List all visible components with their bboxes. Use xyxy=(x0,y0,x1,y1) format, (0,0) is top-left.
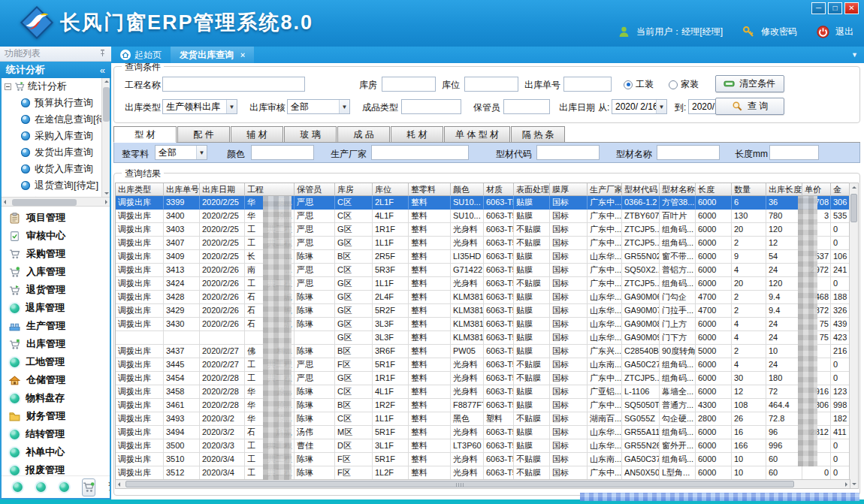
expander-icon[interactable] xyxy=(5,83,11,90)
scrollbar-thumb[interactable] xyxy=(850,194,857,222)
module-dot-icon[interactable] xyxy=(13,482,23,492)
sidebar-item-退库管理[interactable]: 退库管理 xyxy=(2,299,110,317)
column-header-长度[interactable]: 长度 xyxy=(696,183,732,196)
column-header-库位[interactable]: 库位 xyxy=(373,183,409,196)
close-button[interactable]: ✕ xyxy=(844,2,859,14)
grid-horizontal-scrollbar[interactable] xyxy=(115,479,850,489)
order-no-input[interactable] xyxy=(563,77,612,92)
sidebar-item-生产管理[interactable]: 生产管理 xyxy=(2,317,110,335)
table-row[interactable]: 调拨出库34032020/2/25工共工程严思G区1R1F整料光身料6063-T… xyxy=(116,223,850,237)
table-row[interactable]: G区3L3F整料KLM38176063-T5贴膜国标山东华...GA90M09.… xyxy=(116,331,850,345)
column-header-库房[interactable]: 库房 xyxy=(335,183,373,196)
gongzhuang-radio[interactable]: 工装 xyxy=(624,78,654,91)
module-dot-icon[interactable] xyxy=(59,482,69,492)
profile-name-input[interactable] xyxy=(657,145,720,160)
sidebar-item-财务管理[interactable]: 财务管理 xyxy=(2,407,110,425)
table-row[interactable]: 调拨出库35002020/3/3工共工程曹佳D区3L1F整料LT3P606063… xyxy=(116,439,850,453)
tree-item-1[interactable]: 在途信息查询[待 xyxy=(2,111,110,128)
table-row[interactable]: 调拨出库34132020/2/26南...严思C区5R3F整料G71422606… xyxy=(116,264,850,277)
column-header-工程[interactable]: 工程 xyxy=(245,183,295,196)
tab-close-icon[interactable]: × xyxy=(240,50,245,59)
column-header-颜色[interactable]: 颜色 xyxy=(451,183,484,196)
column-header-型材名称[interactable]: 型材名称 xyxy=(660,183,696,196)
sidebar-item-物料盘存[interactable]: 物料盘存 xyxy=(2,389,110,407)
profile-code-input[interactable] xyxy=(536,145,600,160)
sidebar-item-结转管理[interactable]: 结转管理 xyxy=(2,425,110,443)
column-header-数量[interactable]: 数量 xyxy=(732,183,766,196)
audit-select[interactable]: 全部▼ xyxy=(287,99,350,114)
tree-item-2[interactable]: 采购入库查询 xyxy=(2,128,110,144)
table-row[interactable]: 调拨出库34242020/2/26工共工程严思G区1L1F整料光身料6063-T… xyxy=(116,277,850,291)
scrollbar-thumb[interactable] xyxy=(12,199,77,206)
material-tab-1[interactable]: 配 件 xyxy=(177,126,230,142)
maximize-button[interactable]: □ xyxy=(828,2,842,14)
sidebar-item-审核中心[interactable]: 审核中心 xyxy=(2,227,110,245)
out-type-select[interactable]: 生产领料出库▼ xyxy=(162,99,237,114)
tree-item-0[interactable]: 预算执行查询 xyxy=(2,95,110,111)
tree-horizontal-scrollbar[interactable] xyxy=(2,197,110,207)
material-tab-0[interactable]: 型 材 xyxy=(113,126,177,143)
column-header-出库单号[interactable]: 出库单号 xyxy=(164,183,200,196)
sidebar-item-项目管理[interactable]: 项目管理 xyxy=(2,209,110,227)
whole-part-select[interactable]: 全部▼ xyxy=(155,145,207,160)
color-input[interactable] xyxy=(251,145,314,160)
material-tab-7[interactable]: 隔 热 条 xyxy=(511,126,565,142)
pin-icon[interactable] xyxy=(98,49,107,59)
column-header-出库日期[interactable]: 出库日期 xyxy=(200,183,245,196)
sidebar-item-仓储管理[interactable]: 仓储管理 xyxy=(2,371,110,389)
material-tab-5[interactable]: 耗 材 xyxy=(391,126,443,142)
material-tab-6[interactable]: 单 体 型 材 xyxy=(444,126,510,142)
tab-起始页[interactable]: 起始页 xyxy=(111,47,171,63)
table-row[interactable]: 调拨出库34292020/2/26石城陈琳G区5R2F整料KLM38176063… xyxy=(116,304,850,318)
tab-发货出库查询[interactable]: 发货出库查询× xyxy=(171,47,254,63)
column-header-膜厚[interactable]: 膜厚 xyxy=(550,183,588,196)
minimize-button[interactable]: ─ xyxy=(811,2,826,14)
table-row[interactable]: 调拨出库34092020/2/25长...陈琳B区2R5F整料LI35HD606… xyxy=(116,250,850,264)
table-row[interactable]: 调拨出库34302020/2/26石城陈琳G区3L3F整料KLM38176063… xyxy=(116,318,850,331)
column-header-出库长度[interactable]: 出库长度 xyxy=(766,183,802,196)
tree-item-3[interactable]: 发货出库查询 xyxy=(2,144,110,161)
table-row[interactable]: 调拨出库34072020/2/25工共工程严思G区1L1F整料光身料6063-T… xyxy=(116,237,850,250)
keeper-input[interactable] xyxy=(503,99,550,114)
material-tab-4[interactable]: 成 品 xyxy=(337,126,390,142)
change-password-link[interactable]: 修改密码 xyxy=(761,26,797,38)
table-row[interactable]: 调拨出库34942020/3/2石辉城汤伟M区5R1F整料光身料6063-T5贴… xyxy=(116,426,850,439)
table-row[interactable]: 调拨出库35102020/3/4工共工程陈琳F区5R1F整料光身料6063-T5… xyxy=(116,453,850,466)
product-type-input[interactable] xyxy=(401,99,461,114)
date-from-picker[interactable]: 2020/ 2/16▼ xyxy=(612,99,667,114)
column-header-单价[interactable]: 单价 xyxy=(802,183,831,196)
table-row[interactable]: 调拨出库34002020/2/25华原...严思C区4L1F整料SU10...6… xyxy=(116,210,850,223)
column-header-出库类型[interactable]: 出库类型 xyxy=(116,183,164,196)
column-header-材质[interactable]: 材质 xyxy=(484,183,514,196)
table-row[interactable]: 调拨出库34282020/2/26石城陈琳G区2L4F整料KLM38176063… xyxy=(116,291,850,304)
scrollbar-thumb[interactable] xyxy=(125,481,794,487)
sidebar-section-header[interactable]: 统计分析 « xyxy=(0,62,111,78)
tree-root-item[interactable]: 统计分析 xyxy=(2,78,110,95)
sidebar-item-退货管理[interactable]: 退货管理 xyxy=(2,281,110,299)
material-tab-3[interactable]: 玻 璃 xyxy=(284,126,337,142)
project-name-input[interactable] xyxy=(162,77,305,92)
collapse-icon[interactable]: « xyxy=(100,65,105,76)
scrollbar-thumb[interactable] xyxy=(103,87,110,122)
jiazhuang-radio[interactable]: 家装 xyxy=(669,78,699,91)
column-header-整零料[interactable]: 整零料 xyxy=(409,183,451,196)
clear-conditions-button[interactable]: 清空条件 xyxy=(715,75,784,92)
column-header-生产厂家[interactable]: 生产厂家 xyxy=(588,183,622,196)
location-input[interactable] xyxy=(464,77,518,92)
column-header-金[interactable]: 金 xyxy=(831,183,851,196)
sidebar-item-入库管理[interactable]: 入库管理 xyxy=(2,263,110,281)
column-header-表面处理[interactable]: 表面处理 xyxy=(514,183,550,196)
warehouse-input[interactable] xyxy=(382,77,436,92)
table-row[interactable]: 调拨出库35122020/3/4工共工程陈琳F区1L2F整料光身料6063-T5… xyxy=(116,466,850,480)
logout-link[interactable]: 退出 xyxy=(835,26,853,38)
grid-vertical-scrollbar[interactable] xyxy=(849,183,859,489)
table-row[interactable]: 调拨出库34542020/2/28工共工程严思G区1R1F整料光身料6063-T… xyxy=(116,372,850,385)
length-input[interactable] xyxy=(769,145,819,160)
table-row[interactable]: 调拨出库34452020/2/27工共工程严思F区5R1F整料光身料6063-T… xyxy=(116,358,850,372)
table-row[interactable]: 调拨出库34582020/2/28华原...陈琳C区4L1F整料光身料6063-… xyxy=(116,385,850,399)
material-tab-2[interactable]: 辅 材 xyxy=(231,126,283,142)
sidebar-item-出库管理[interactable]: 出库管理 xyxy=(2,335,110,353)
tree-item-4[interactable]: 收货入库查询 xyxy=(2,161,110,177)
sidebar-item-工地管理[interactable]: 工地管理 xyxy=(2,353,110,371)
column-header-保管员[interactable]: 保管员 xyxy=(295,183,335,196)
